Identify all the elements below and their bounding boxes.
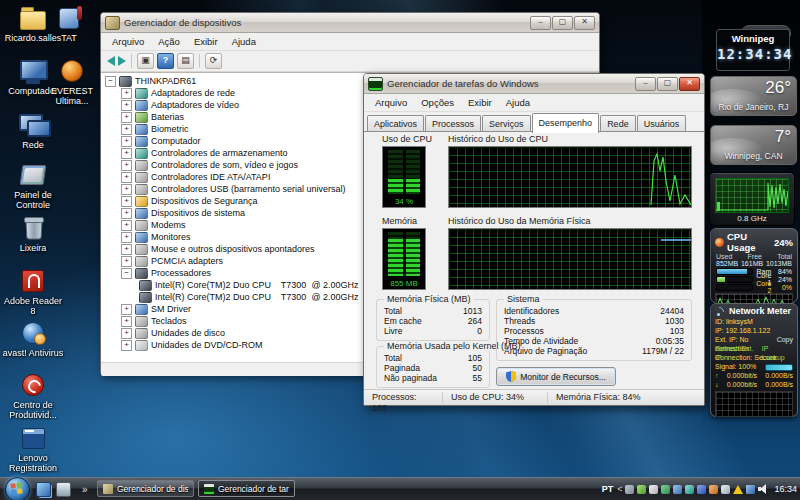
help-icon[interactable]: ? xyxy=(157,53,174,69)
minimize-button[interactable]: – xyxy=(635,77,656,91)
tab-desempenho[interactable]: Desempenho xyxy=(532,113,600,133)
device-manager-menubar: Arquivo Ação Exibir Ajuda xyxy=(101,33,599,51)
tray-collapse-chevron[interactable]: < xyxy=(617,484,622,494)
expand-box[interactable] xyxy=(121,208,132,219)
tray-icon[interactable] xyxy=(697,485,706,494)
expand-box[interactable] xyxy=(121,244,132,255)
tray-icon[interactable] xyxy=(649,485,658,494)
menu-acao[interactable]: Ação xyxy=(151,34,187,49)
expand-box[interactable] xyxy=(121,160,132,171)
switch-windows-icon[interactable] xyxy=(36,482,51,497)
desktop-icon-painel-de-controle[interactable]: Painel de Controle xyxy=(2,162,64,210)
network-status-icon[interactable] xyxy=(746,485,755,494)
expand-box[interactable] xyxy=(121,196,132,207)
list-view-icon[interactable]: ▤ xyxy=(177,53,194,69)
language-indicator[interactable]: PT xyxy=(602,484,614,494)
upload-bytes: 0.000B/s xyxy=(765,371,793,380)
desktop-icon-everest[interactable]: EVEREST Ultima... xyxy=(46,58,98,106)
taskbar-button-device-manager[interactable]: Gerenciador de disp... xyxy=(97,480,194,497)
quick-launch-overflow-chevron[interactable]: » xyxy=(82,484,88,495)
close-button[interactable]: ✕ xyxy=(679,77,700,91)
tray-icon[interactable] xyxy=(709,485,718,494)
close-button[interactable]: ✕ xyxy=(574,16,595,30)
show-desktop-icon[interactable] xyxy=(56,482,71,497)
device-manager-titlebar[interactable]: Gerenciador de dispositivos – ▢ ✕ xyxy=(101,13,599,33)
menu-ajuda[interactable]: Ajuda xyxy=(225,34,263,49)
collapse-box[interactable] xyxy=(105,76,116,87)
back-arrow-icon[interactable] xyxy=(107,56,115,66)
desktop-icon-label: Adobe Reader 8 xyxy=(2,296,64,316)
tab-rede[interactable]: Rede xyxy=(600,115,636,132)
scan-hardware-icon[interactable]: ⟳ xyxy=(205,53,222,69)
desktop-icon-avast[interactable]: avast! Antivirus xyxy=(2,320,64,358)
menu-opcoes[interactable]: Opções xyxy=(414,95,461,110)
menu-exibir[interactable]: Exibir xyxy=(461,95,499,110)
tray-icon[interactable] xyxy=(625,485,634,494)
tray-icon[interactable] xyxy=(721,485,730,494)
performance-panel: Uso de CPU Histórico do Uso de CPU 34 % … xyxy=(364,131,704,390)
forward-arrow-icon[interactable] xyxy=(118,56,126,66)
desktop-icon-lixeira[interactable]: Lixeira xyxy=(2,215,64,253)
tab-processos[interactable]: Processos xyxy=(425,115,481,132)
expand-box[interactable] xyxy=(121,232,132,243)
desktop-icon-label: Rede xyxy=(2,140,64,150)
expand-box[interactable] xyxy=(121,100,132,111)
expand-box[interactable] xyxy=(121,148,132,159)
expand-box[interactable] xyxy=(121,328,132,339)
warning-icon[interactable] xyxy=(733,485,743,494)
task-manager-titlebar[interactable]: Gerenciador de tarefas do Windows – ▢ ✕ xyxy=(364,74,704,94)
expand-box[interactable] xyxy=(121,220,132,231)
ip-lookup-link[interactable]: IP Lookup xyxy=(762,344,793,353)
menu-arquivo[interactable]: Arquivo xyxy=(105,34,151,49)
memory-gauge-label: Memória xyxy=(382,216,417,226)
expand-box[interactable] xyxy=(121,136,132,147)
cpu-usage-gadget[interactable]: CPU Usage 24% Used Free Total 852MB 161M… xyxy=(710,228,798,303)
maximize-button[interactable]: ▢ xyxy=(552,16,573,30)
collapse-box[interactable] xyxy=(121,268,132,279)
expand-box[interactable] xyxy=(121,172,132,183)
menu-ajuda[interactable]: Ajuda xyxy=(499,95,537,110)
menu-exibir[interactable]: Exibir xyxy=(187,34,225,49)
maximize-button[interactable]: ▢ xyxy=(657,77,678,91)
menu-arquivo[interactable]: Arquivo xyxy=(368,95,414,110)
tab-aplicativos[interactable]: Aplicativos xyxy=(367,115,424,132)
show-window-icon[interactable]: ▣ xyxy=(137,53,154,69)
clock-gadget[interactable]: Winnipeg 12:34:34 xyxy=(716,29,790,71)
taskbar-button-task-manager[interactable]: Gerenciador de taref... xyxy=(198,480,295,497)
desktop-icon-label: Lixeira xyxy=(2,243,64,253)
expand-box[interactable] xyxy=(121,88,132,99)
resource-monitor-button[interactable]: Monitor de Recursos... xyxy=(496,367,616,386)
tray-icon[interactable] xyxy=(637,485,646,494)
desktop-icon-lenovo-registration[interactable]: Lenovo Registration xyxy=(2,425,64,473)
network-meter-gadget[interactable]: Network Meter ID: linksysM IP: 192.168.1… xyxy=(710,303,798,417)
desktop-icon-label: EVEREST Ultima... xyxy=(46,86,98,106)
expand-box[interactable] xyxy=(121,340,132,351)
minimize-button[interactable]: – xyxy=(530,16,551,30)
volume-icon[interactable] xyxy=(758,484,768,494)
copy-link[interactable]: Copy xyxy=(777,335,793,344)
expand-box[interactable] xyxy=(121,184,132,195)
tray-icon[interactable] xyxy=(661,485,670,494)
expand-box[interactable] xyxy=(121,256,132,267)
desktop-icon-centro-produtividade[interactable]: Centro de Produtivid... xyxy=(2,372,64,420)
taskbar: » Gerenciador de disp... Gerenciador de … xyxy=(0,477,800,500)
desktop-icon-adobe-reader[interactable]: Adobe Reader 8 xyxy=(2,268,64,316)
weather-gadget-rio[interactable]: 26° Rio de Janeiro, RJ xyxy=(710,76,797,116)
expand-box[interactable] xyxy=(121,304,132,315)
expand-box[interactable] xyxy=(121,316,132,327)
weather-gadget-winnipeg[interactable]: 7° Winnipeg, CAN xyxy=(710,125,797,165)
refresh-ext-ip-link[interactable]: Refresh Ext. IP xyxy=(715,344,762,353)
system-device-icon xyxy=(135,208,148,219)
core2-label: Core 2 xyxy=(756,280,771,294)
tab-servicos[interactable]: Serviços xyxy=(482,115,531,132)
expand-box[interactable] xyxy=(121,112,132,123)
tab-usuarios[interactable]: Usuários xyxy=(637,115,687,132)
cpu-frequency-gadget[interactable]: 0.8 GHz xyxy=(709,172,795,226)
desktop-icon-rede[interactable]: Rede xyxy=(2,112,64,150)
expand-box[interactable] xyxy=(121,124,132,135)
start-button[interactable] xyxy=(5,477,30,500)
desktop-icon-tat[interactable]: TAT xyxy=(44,5,94,43)
tray-clock[interactable]: 16:34 xyxy=(774,484,797,494)
tray-icon[interactable] xyxy=(685,485,694,494)
tray-icon[interactable] xyxy=(673,485,682,494)
